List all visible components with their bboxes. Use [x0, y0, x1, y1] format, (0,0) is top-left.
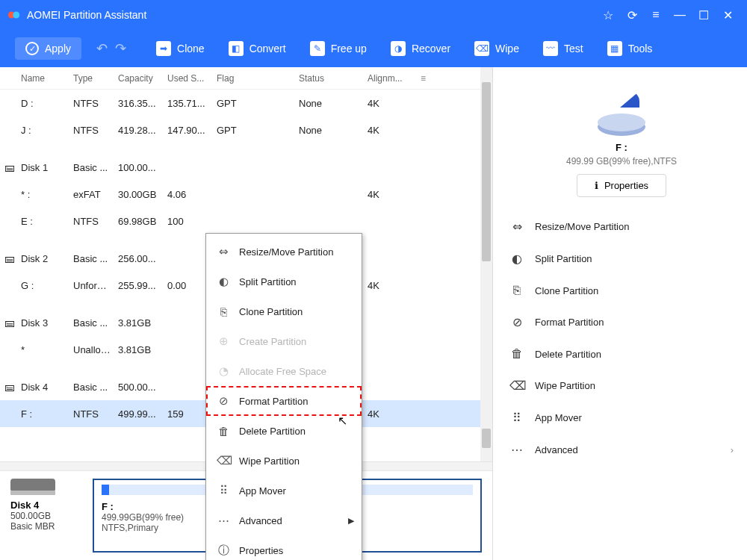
redo-button[interactable]: ↷	[115, 40, 126, 57]
context-menu: ⇔Resize/Move Partition◐Split Partition⎘C…	[205, 233, 362, 560]
cell-capacity: 3.81GB	[115, 317, 164, 329]
ctx-advanced[interactable]: ⋯Advanced▶	[206, 505, 362, 535]
toolbar-label: Tools	[628, 43, 653, 55]
ctx-label: Clone Partition	[239, 306, 303, 317]
col-capacity[interactable]: Capacity	[115, 73, 164, 84]
column-options-icon[interactable]: ≡	[411, 73, 429, 84]
cell-used: 100	[164, 216, 214, 227]
op-label: Split Partition	[535, 253, 592, 264]
disk-icon	[10, 479, 55, 495]
chevron-right-icon: ▶	[348, 516, 354, 526]
partition-row[interactable]: E :NTFS69.98GB100	[0, 208, 492, 234]
op-clone[interactable]: ⎘Clone Partition	[506, 275, 737, 306]
col-status[interactable]: Status	[296, 73, 365, 84]
op-label: Wipe Partition	[535, 380, 595, 391]
ctx-format[interactable]: ⊘Format Partition	[206, 386, 362, 416]
op-appmover[interactable]: ⠿App Mover	[506, 402, 737, 434]
partition-row[interactable]: J :NTFS419.28...147.90...GPTNone4K	[0, 116, 492, 143]
hamburger-menu-icon[interactable]: ≡	[644, 3, 668, 27]
cell-capacity: 419.28...	[115, 125, 164, 136]
cell-used: 135.71...	[164, 98, 214, 109]
ctx-clone[interactable]: ⎘Clone Partition	[206, 296, 362, 326]
ctx-delete[interactable]: 🗑Delete Partition	[206, 416, 362, 446]
cell-name: Disk 2	[18, 253, 70, 264]
op-advanced[interactable]: ⋯Advanced›	[506, 434, 737, 466]
op-format[interactable]: ⊘Format Partition	[506, 306, 737, 338]
operations-pane: F : 499.99 GB(99% free),NTFS ℹ Propertie…	[493, 67, 747, 560]
ctx-allocate: ◔Allocate Free Space	[206, 356, 362, 386]
ctx-label: Format Partition	[239, 396, 308, 407]
scrollbar-thumb-lower[interactable]	[482, 429, 491, 448]
scrollbar-thumb[interactable]	[482, 82, 491, 261]
cell-align: 4K	[365, 98, 411, 109]
split-icon: ◐	[217, 275, 230, 288]
test-button[interactable]: 〰Test	[543, 41, 583, 56]
disk-row[interactable]: 🖴Disk 1Basic ...100.00...	[0, 154, 492, 181]
ctx-label: Allocate Free Space	[239, 366, 326, 377]
undo-button[interactable]: ↶	[96, 40, 108, 57]
ctx-resize[interactable]: ⇔Resize/Move Partition	[206, 237, 362, 267]
advanced-icon: ⋯	[217, 514, 230, 527]
delete-icon: 🗑	[509, 347, 524, 361]
op-label: Resize/Move Partition	[535, 221, 629, 232]
wipe-button[interactable]: ⌫Wipe	[474, 41, 519, 56]
freeup-button[interactable]: ✎Free up	[310, 41, 367, 56]
op-split[interactable]: ◐Split Partition	[506, 243, 737, 275]
delete-icon: 🗑	[217, 425, 230, 438]
format-icon: ⊘	[217, 394, 230, 408]
cell-name: D :	[18, 98, 70, 109]
clone-button[interactable]: ➡Clone	[156, 41, 205, 56]
op-wipe[interactable]: ⌫Wipe Partition	[506, 370, 737, 402]
selected-partition-subtitle: 499.99 GB(99% free),NTFS	[506, 156, 737, 167]
toolbar-label: Free up	[331, 43, 367, 55]
cell-capacity: 499.99...	[115, 408, 164, 420]
recover-button[interactable]: ◑Recover	[391, 41, 450, 56]
tools-button[interactable]: ▦Tools	[607, 41, 653, 56]
app-title: AOMEI Partition Assistant	[27, 9, 596, 21]
disk-size: 500.00GB	[10, 511, 82, 521]
cell-capacity: 500.00...	[115, 382, 164, 393]
apply-button[interactable]: ✓ Apply	[15, 37, 81, 60]
op-delete[interactable]: 🗑Delete Partition	[506, 338, 737, 370]
convert-button[interactable]: ◧Convert	[229, 41, 286, 56]
format-icon: ⊘	[509, 315, 524, 329]
col-name[interactable]: Name	[18, 73, 70, 84]
ctx-properties[interactable]: ⓘProperties	[206, 535, 362, 560]
create-icon: ⊕	[217, 335, 230, 348]
col-used[interactable]: Used S...	[164, 73, 214, 84]
col-flag[interactable]: Flag	[214, 73, 296, 84]
refresh-icon[interactable]: ⟳	[620, 3, 644, 27]
clone-icon: ➡	[156, 41, 171, 56]
cell-used: 147.90...	[164, 125, 214, 136]
minimize-button[interactable]: —	[668, 3, 692, 27]
properties-button[interactable]: ℹ Properties	[577, 174, 666, 197]
op-resize[interactable]: ⇔Resize/Move Partition	[506, 211, 737, 243]
properties-icon: ⓘ	[217, 544, 230, 558]
partition-row[interactable]: D :NTFS316.35...135.71...GPTNone4K	[0, 90, 492, 116]
cell-align: 4K	[365, 280, 411, 291]
col-type[interactable]: Type	[70, 73, 115, 84]
cell-align: 4K	[365, 408, 411, 420]
cell-type: Unform...	[70, 280, 115, 291]
close-button[interactable]: ✕	[716, 3, 740, 27]
disk-icon: 🖴	[4, 317, 19, 329]
cell-type: exFAT	[70, 189, 115, 200]
partition-row[interactable]: * :exFAT30.00GB4.064K	[0, 181, 492, 208]
cell-capacity: 30.00GB	[115, 189, 164, 200]
properties-label: Properties	[604, 180, 648, 191]
cell-type: Basic ...	[70, 162, 115, 173]
appmover-icon: ⠿	[217, 484, 230, 497]
cell-capacity: 256.00...	[115, 253, 164, 264]
cell-align: 4K	[365, 189, 411, 200]
toolbar-label: Convert	[249, 43, 286, 55]
ctx-appmover[interactable]: ⠿App Mover	[206, 476, 362, 505]
star-icon[interactable]: ☆	[596, 3, 620, 27]
ctx-split[interactable]: ◐Split Partition	[206, 267, 362, 296]
ctx-wipe[interactable]: ⌫Wipe Partition	[206, 446, 362, 476]
ctx-label: Properties	[239, 545, 283, 556]
col-align[interactable]: Alignm...	[365, 73, 411, 84]
vertical-scrollbar[interactable]	[480, 67, 492, 461]
wipe-icon: ⌫	[509, 379, 524, 393]
maximize-button[interactable]: ☐	[692, 3, 716, 27]
cell-status: None	[296, 98, 365, 109]
